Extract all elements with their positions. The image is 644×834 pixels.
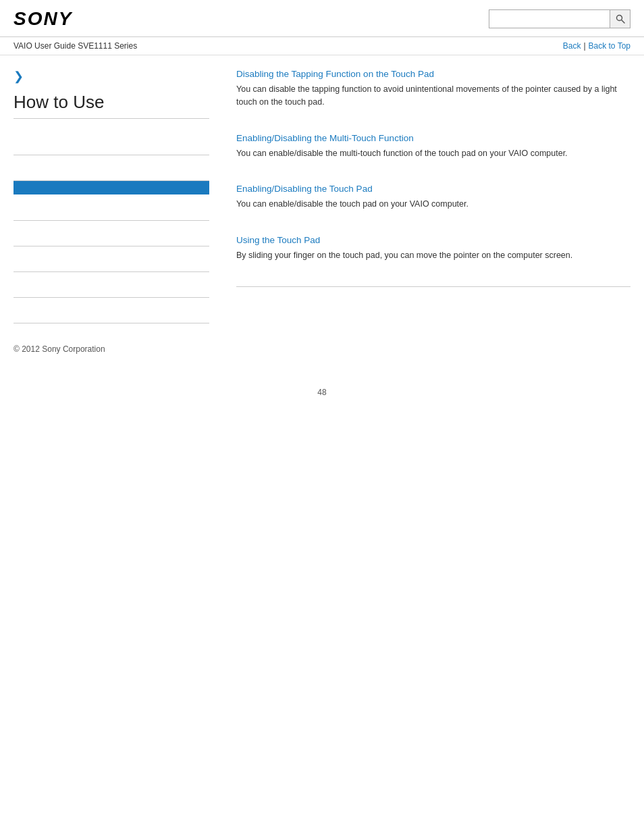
guide-title: VAIO User Guide SVE1111 Series bbox=[14, 41, 137, 51]
content-link-3[interactable]: Enabling/Disabling the Touch Pad bbox=[236, 184, 630, 194]
back-link[interactable]: Back bbox=[563, 41, 581, 51]
page-number: 48 bbox=[0, 388, 644, 397]
header: SONY bbox=[0, 0, 644, 37]
content: Disabling the Tapping Function on the To… bbox=[223, 69, 630, 323]
sidebar-item-blank-7 bbox=[14, 298, 209, 323]
sidebar-item-blank-4 bbox=[14, 221, 209, 246]
sidebar-item-blank-1 bbox=[14, 130, 209, 155]
search-input[interactable] bbox=[489, 9, 610, 28]
content-item-4: Using the Touch Pad By sliding your fing… bbox=[236, 235, 630, 273]
sidebar: ❯ How to Use bbox=[14, 69, 223, 323]
sidebar-item-blank-5 bbox=[14, 246, 209, 272]
content-link-4[interactable]: Using the Touch Pad bbox=[236, 235, 630, 245]
sidebar-item-blank-2 bbox=[14, 155, 209, 181]
copyright-area: © 2012 Sony Corporation bbox=[0, 337, 644, 361]
back-to-top-link[interactable]: Back to Top bbox=[589, 41, 630, 51]
content-item-1: Disabling the Tapping Function on the To… bbox=[236, 69, 630, 120]
navbar: VAIO User Guide SVE1111 Series Back | Ba… bbox=[0, 37, 644, 55]
sidebar-item-blank-3 bbox=[14, 195, 209, 221]
page-number-value: 48 bbox=[317, 388, 326, 397]
copyright: © 2012 Sony Corporation bbox=[14, 344, 105, 354]
content-item-2: Enabling/Disabling the Multi-Touch Funct… bbox=[236, 133, 630, 171]
search-icon bbox=[616, 14, 625, 24]
svg-line-1 bbox=[621, 20, 624, 23]
nav-links: Back | Back to Top bbox=[563, 41, 630, 51]
search-area bbox=[489, 9, 630, 28]
content-link-1[interactable]: Disabling the Tapping Function on the To… bbox=[236, 69, 630, 79]
content-desc-1: You can disable the tapping function to … bbox=[236, 83, 630, 109]
content-item-3: Enabling/Disabling the Touch Pad You can… bbox=[236, 184, 630, 221]
sony-logo: SONY bbox=[14, 8, 72, 30]
sidebar-chevron: ❯ bbox=[14, 69, 209, 84]
content-divider bbox=[236, 286, 630, 287]
sidebar-item-active[interactable] bbox=[14, 181, 209, 194]
content-desc-2: You can enable/disable the multi-touch f… bbox=[236, 147, 630, 160]
content-link-2[interactable]: Enabling/Disabling the Multi-Touch Funct… bbox=[236, 133, 630, 143]
content-desc-3: You can enable/disable the touch pad on … bbox=[236, 198, 630, 211]
content-desc-4: By sliding your finger on the touch pad,… bbox=[236, 249, 630, 262]
nav-separator: | bbox=[583, 41, 585, 51]
sidebar-title: How to Use bbox=[14, 92, 209, 119]
search-button[interactable] bbox=[610, 9, 630, 28]
sidebar-item-blank-6 bbox=[14, 272, 209, 298]
main: ❯ How to Use Disabling the Tapping Funct… bbox=[0, 55, 644, 337]
